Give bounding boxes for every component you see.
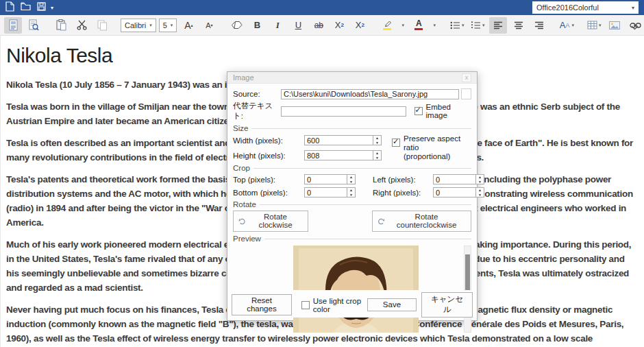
crop-bottom-spinner: ▲▼ [304,187,367,198]
theme-selector[interactable]: Office2016Colorful ▾ [532,1,639,14]
rotate-counterclockwise-button[interactable]: Rotate counterclockwise [372,211,471,232]
preserve-aspect-label: Preserve aspect ratio [404,134,460,152]
cut-button[interactable] [73,17,90,34]
image-dialog-titlebar[interactable]: Image x [227,72,477,84]
table-icon [587,21,597,29]
check-icon: ✓ [415,106,421,115]
crop-top-spinner: ▲▼ [304,174,367,184]
reset-changes-button[interactable]: Reset changes [232,294,292,315]
rotate-clockwise-button[interactable]: Rotate clockwise [233,211,308,232]
crop-left-spinner: ▲▼ [433,174,484,184]
superscript-button[interactable]: X2 [351,17,369,34]
copy-button[interactable] [93,17,111,34]
height-input[interactable] [304,150,373,160]
shrink-font-mark-icon: ▾ [211,23,213,27]
source-label: Source: [233,90,281,98]
open-file-icon[interactable] [21,1,31,14]
print-preview-button[interactable] [25,17,42,34]
crop-right-label: Right (pixels): [367,189,433,197]
chevron-down-icon [631,25,639,30]
preview-legend: Preview [233,235,261,243]
align-right-icon [534,21,544,29]
alt-text-input[interactable] [281,106,406,117]
page-view-button[interactable] [4,17,22,34]
check-icon: ✓ [393,137,399,146]
align-left-button[interactable] [489,17,507,34]
insert-image-button[interactable] [606,17,623,34]
image-dialog-body: Source: 代替テキスト: ✓ Embed image Size Width… [227,84,477,320]
dialog-title: Image [233,73,254,82]
crop-left-input[interactable] [433,174,475,184]
bullet-list-icon [450,21,460,29]
spin-down-icon[interactable]: ▼ [476,193,484,198]
spin-down-icon[interactable]: ▼ [373,156,381,160]
crop-bottom-input[interactable] [304,187,347,198]
save-icon[interactable] [37,1,46,14]
font-color-button[interactable]: A [410,17,428,34]
bullet-list-button[interactable]: ▾ [448,17,466,34]
font-color-caret[interactable]: ▾ [430,17,438,34]
browse-button[interactable] [461,88,471,99]
crop-top-label: Top (pixels): [233,176,304,184]
font-size-combo[interactable]: 5 ▾ [159,19,177,32]
paste-button[interactable] [52,17,70,34]
print-preview-icon [28,19,39,31]
document-heading: Nikola Tesla [6,44,639,67]
shrink-font-button[interactable]: A▾ [200,17,218,34]
source-input[interactable] [281,89,459,99]
crop-bottom-label: Bottom (pixels): [233,189,304,197]
highlight-icon [382,20,392,30]
close-icon[interactable]: x [462,73,471,82]
align-center-button[interactable] [510,17,528,34]
formatting-toolbar: Calibri ▾ 5 ▾ A▴ A▾ B I U ab X2 X2 ▾ A ▾ [0,15,644,36]
new-document-icon[interactable] [5,1,14,14]
highlight-color-caret[interactable]: ▾ [399,17,407,34]
preview-area [233,245,471,334]
light-crop-checkbox[interactable] [301,301,310,309]
font-color-icon: A [414,20,423,30]
alt-text-label: 代替テキスト: [233,101,281,121]
font-name-combo[interactable]: Calibri ▾ [121,19,156,32]
rotate-clockwise-icon [238,217,246,225]
width-input[interactable] [304,135,373,145]
align-right-button[interactable] [530,17,548,34]
font-style-button[interactable]: AA ▾ [558,17,575,34]
strikethrough-button[interactable]: ab [310,17,327,34]
subscript-button[interactable]: X2 [330,17,348,34]
size-legend: Size [233,124,248,132]
image-icon [609,21,620,29]
quick-access-menu-caret-icon[interactable]: ▾ [51,5,53,11]
spin-down-icon[interactable]: ▼ [347,193,355,198]
preview-scrollbar[interactable] [464,246,471,333]
image-dialog: Image x Source: 代替テキスト: ✓ Embed image Si… [227,71,478,321]
paste-icon [56,19,66,31]
width-label: Width (pixels): [233,136,304,145]
preserve-aspect-checkbox[interactable]: ✓ [392,139,400,147]
insert-table-button[interactable]: ▾ [585,17,603,34]
bold-button[interactable]: B [248,17,266,34]
toolbar-overflow-button[interactable] [631,21,639,33]
spin-down-icon[interactable]: ▼ [373,141,381,145]
app-titlebar: ▾ Office2016Colorful ▾ [0,0,644,15]
theme-selector-value: Office2016Colorful [536,3,599,12]
cancel-button[interactable]: キャンセル [421,292,473,318]
save-button[interactable]: Save [367,298,417,311]
clear-format-button[interactable] [227,17,245,34]
spin-down-icon[interactable]: ▼ [476,180,484,184]
page-view-icon [8,19,18,31]
dialog-footer: Reset changes Use light crop color Save … [232,290,473,318]
highlight-color-button[interactable] [378,17,396,34]
crop-left-label: Left (pixels): [367,176,433,184]
crop-top-input[interactable] [304,174,347,184]
underline-button[interactable]: U [289,17,307,34]
numbered-list-button[interactable]: ▾ [469,17,486,34]
rotate-legend: Rotate [233,200,256,208]
embed-image-label: Embed image [426,103,471,119]
preview-scrollbar-thumb[interactable] [465,254,470,292]
embed-image-checkbox[interactable]: ✓ [414,107,423,115]
grow-font-button[interactable]: A▴ [179,17,197,34]
crop-right-input[interactable] [433,187,475,198]
italic-button[interactable]: I [269,17,286,34]
spin-down-icon[interactable]: ▼ [347,180,355,184]
eraser-icon [231,21,243,29]
